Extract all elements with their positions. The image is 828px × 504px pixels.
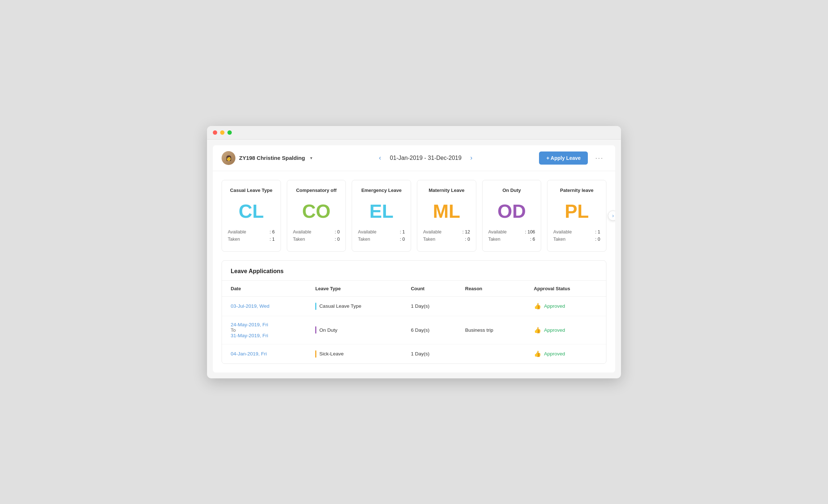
available-value: : 12 bbox=[462, 229, 470, 235]
leave-type-cell: Sick-Leave bbox=[306, 344, 402, 363]
traffic-light-minimize[interactable] bbox=[220, 130, 224, 135]
taken-row: Taken : 1 bbox=[228, 237, 275, 242]
available-row: Available : 6 bbox=[228, 229, 275, 235]
approval-status: 👍 Approved bbox=[534, 327, 597, 334]
leave-stats: Available : 6 Taken : 1 bbox=[228, 229, 275, 242]
chevron-down-icon: ▾ bbox=[310, 155, 312, 161]
apply-leave-button[interactable]: + Apply Leave bbox=[539, 151, 588, 165]
leave-type-label: Casual Leave Type bbox=[319, 303, 361, 309]
status-label: Approved bbox=[544, 351, 565, 357]
prev-date-button[interactable]: ‹ bbox=[376, 153, 384, 163]
date-range-display: 01-Jan-2019 - 31-Dec-2019 bbox=[390, 155, 462, 161]
table-row: 03-Jul-2019, Wed Casual Leave Type 1 Day… bbox=[222, 296, 606, 316]
leave-abbr: EL bbox=[358, 200, 405, 222]
header: 👩 ZY198 Christine Spalding ▾ ‹ 01-Jan-20… bbox=[213, 145, 615, 171]
leave-card-cl: Casual Leave Type CL Available : 6 Taken… bbox=[222, 180, 281, 252]
section-title: Leave Applications bbox=[222, 261, 606, 281]
available-row: Available : 12 bbox=[423, 229, 470, 235]
thumbs-up-icon: 👍 bbox=[534, 303, 541, 310]
leave-type-indicator bbox=[315, 326, 316, 334]
leave-abbr: CO bbox=[293, 200, 340, 222]
more-options-button[interactable]: ··· bbox=[592, 152, 606, 164]
available-label: Available bbox=[553, 229, 572, 235]
date-from-link[interactable]: 04-Jan-2019, Fri bbox=[231, 351, 298, 357]
taken-label: Taken bbox=[423, 237, 435, 242]
next-date-button[interactable]: › bbox=[467, 153, 475, 163]
available-label: Available bbox=[423, 229, 442, 235]
available-label: Available bbox=[358, 229, 376, 235]
date-to-link[interactable]: 31-May-2019, Fri bbox=[231, 333, 298, 338]
count-cell: 1 Day(s) bbox=[402, 344, 456, 363]
date-cell: 24-May-2019, Fri To 31-May-2019, Fri bbox=[222, 316, 306, 344]
taken-value: : 0 bbox=[400, 237, 405, 242]
table-row: 04-Jan-2019, Fri Sick-Leave 1 Day(s) 👍 A… bbox=[222, 344, 606, 363]
taken-row: Taken : 0 bbox=[358, 237, 405, 242]
status-label: Approved bbox=[544, 327, 565, 333]
reason-cell: Business trip bbox=[456, 316, 525, 344]
leave-applications-section: Leave Applications DateLeave TypeCountRe… bbox=[222, 260, 606, 364]
status-cell: 👍 Approved bbox=[525, 344, 606, 363]
taken-row: Taken : 0 bbox=[553, 237, 600, 242]
leave-type-label: Sick-Leave bbox=[319, 351, 344, 357]
header-row: DateLeave TypeCountReasonApproval Status bbox=[222, 281, 606, 297]
taken-label: Taken bbox=[293, 237, 305, 242]
leave-card-el: Emergency Leave EL Available : 1 Taken :… bbox=[352, 180, 411, 252]
leave-card-title: Emergency Leave bbox=[358, 188, 405, 193]
traffic-light-maximize[interactable] bbox=[227, 130, 232, 135]
available-row: Available : 1 bbox=[358, 229, 405, 235]
date-cell: 04-Jan-2019, Fri bbox=[222, 344, 306, 363]
main-content: 👩 ZY198 Christine Spalding ▾ ‹ 01-Jan-20… bbox=[213, 145, 615, 373]
title-bar bbox=[207, 126, 621, 139]
available-value: : 1 bbox=[595, 229, 600, 235]
leave-abbr: PL bbox=[553, 200, 600, 222]
column-header: Leave Type bbox=[306, 281, 402, 297]
leave-card-title: Maternity Leave bbox=[423, 188, 470, 193]
leave-stats: Available : 1 Taken : 0 bbox=[553, 229, 600, 242]
taken-label: Taken bbox=[358, 237, 370, 242]
available-value: : 106 bbox=[525, 229, 535, 235]
status-label: Approved bbox=[544, 303, 565, 309]
leave-card-title: Paternity leave bbox=[553, 188, 600, 193]
date-cell: 03-Jul-2019, Wed bbox=[222, 296, 306, 316]
status-cell: 👍 Approved bbox=[525, 316, 606, 344]
date-from-link[interactable]: 03-Jul-2019, Wed bbox=[231, 303, 298, 309]
table-body: 03-Jul-2019, Wed Casual Leave Type 1 Day… bbox=[222, 296, 606, 363]
table-header: DateLeave TypeCountReasonApproval Status bbox=[222, 281, 606, 297]
leave-cards-grid: Casual Leave Type CL Available : 6 Taken… bbox=[222, 180, 606, 252]
leave-applications-table: DateLeave TypeCountReasonApproval Status… bbox=[222, 281, 606, 363]
taken-value: : 6 bbox=[530, 237, 535, 242]
taken-value: : 1 bbox=[270, 237, 275, 242]
taken-row: Taken : 0 bbox=[423, 237, 470, 242]
traffic-light-close[interactable] bbox=[213, 130, 217, 135]
app-window: 👩 ZY198 Christine Spalding ▾ ‹ 01-Jan-20… bbox=[207, 126, 621, 378]
thumbs-up-icon: 👍 bbox=[534, 350, 541, 357]
taken-value: : 0 bbox=[595, 237, 600, 242]
leave-card-ml: Maternity Leave ML Available : 12 Taken … bbox=[417, 180, 476, 252]
leave-type-cell: Casual Leave Type bbox=[306, 296, 402, 316]
cards-next-arrow[interactable]: › bbox=[608, 210, 615, 221]
leave-card-pl: Paternity leave PL Available : 1 Taken :… bbox=[547, 180, 606, 252]
leave-card-title: Casual Leave Type bbox=[228, 188, 275, 193]
available-label: Available bbox=[488, 229, 507, 235]
leave-stats: Available : 12 Taken : 0 bbox=[423, 229, 470, 242]
available-row: Available : 106 bbox=[488, 229, 535, 235]
user-selector[interactable]: 👩 ZY198 Christine Spalding ▾ bbox=[222, 151, 312, 165]
leave-type-wrapper: Sick-Leave bbox=[315, 350, 393, 358]
leave-stats: Available : 1 Taken : 0 bbox=[358, 229, 405, 242]
leave-card-co: Compensatory off CO Available : 0 Taken … bbox=[287, 180, 346, 252]
leave-abbr: CL bbox=[228, 200, 275, 222]
to-label: To bbox=[231, 327, 236, 333]
available-label: Available bbox=[228, 229, 246, 235]
leave-abbr: OD bbox=[488, 200, 535, 222]
leave-stats: Available : 0 Taken : 0 bbox=[293, 229, 340, 242]
status-cell: 👍 Approved bbox=[525, 296, 606, 316]
available-value: : 1 bbox=[400, 229, 405, 235]
available-row: Available : 1 bbox=[553, 229, 600, 235]
column-header: Approval Status bbox=[525, 281, 606, 297]
leave-type-wrapper: On Duty bbox=[315, 326, 393, 334]
avatar-image: 👩 bbox=[222, 151, 235, 165]
taken-label: Taken bbox=[488, 237, 500, 242]
count-cell: 6 Day(s) bbox=[402, 316, 456, 344]
date-from-link[interactable]: 24-May-2019, Fri bbox=[231, 322, 298, 327]
leave-type-wrapper: Casual Leave Type bbox=[315, 303, 393, 310]
